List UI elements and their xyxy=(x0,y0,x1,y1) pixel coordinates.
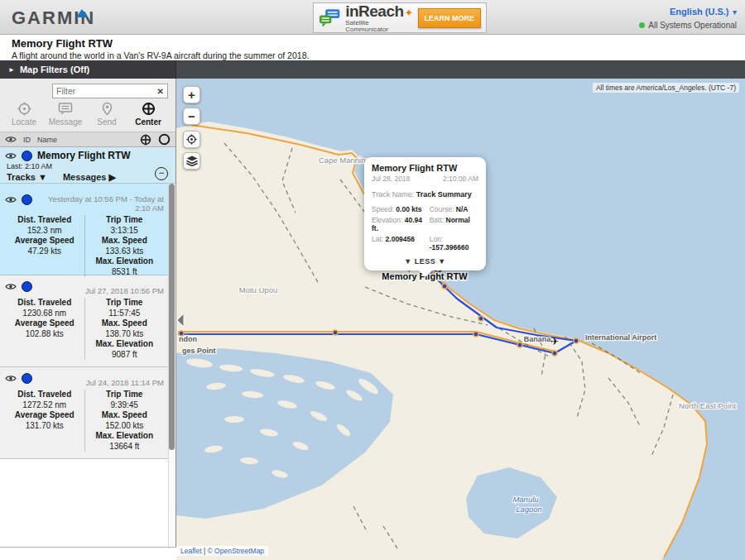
course-value: N/A xyxy=(456,205,469,213)
max-speed-value: 152.00 kts xyxy=(85,421,165,432)
map-filters-toggle[interactable]: ►Map Filters (Off) xyxy=(0,60,176,79)
osm-link[interactable]: © OpenStreetMap xyxy=(207,547,264,555)
track-name-value: Track Summary xyxy=(416,190,472,199)
filter-input[interactable] xyxy=(53,86,154,96)
zoom-in-button[interactable]: + xyxy=(183,86,200,103)
filter-panel: ✕ Locate xyxy=(0,79,175,132)
mapshare-page: GARMIN inReach✦ Satellite Communicator L xyxy=(0,0,745,560)
messages-expander[interactable]: Messages ▶ xyxy=(63,172,116,182)
scrollbar-thumb[interactable] xyxy=(169,184,175,450)
timezone-note: All times are America/Los_Angeles. (UTC … xyxy=(593,83,739,93)
filter-clear-icon[interactable]: ✕ xyxy=(154,87,167,96)
map-pin-icon xyxy=(100,102,114,116)
track-date-range: Jul 27, 2018 10:56 PM xyxy=(37,278,164,295)
status-text: All Systems Operational xyxy=(648,21,737,30)
locate-me-button[interactable] xyxy=(183,131,200,148)
collapse-device-button[interactable]: − xyxy=(155,167,168,180)
layers-icon xyxy=(186,156,198,166)
airplane-icon: ✈ xyxy=(550,336,559,347)
top-header: GARMIN inReach✦ Satellite Communicator L xyxy=(0,0,745,35)
track-summary-card[interactable]: Yesterday at 10:56 PM - Today at 2:10 AM… xyxy=(0,184,175,275)
chevron-down-icon[interactable]: ▾ xyxy=(733,7,737,17)
tracks-dropdown[interactable]: Tracks ▼ xyxy=(7,172,47,182)
inreach-ad-banner[interactable]: inReach✦ Satellite Communicator LEARN MO… xyxy=(313,2,487,33)
col-name: Name xyxy=(37,136,57,144)
stats-left: Dist. Traveled 1230.68 nm Average Speed … xyxy=(5,298,85,360)
track-summary-card[interactable]: Jul 27, 2018 10:56 PM Dist. Traveled 123… xyxy=(0,275,175,367)
popup-time: 2:10:00 AM xyxy=(443,175,478,183)
dist-value: 1230.68 nm xyxy=(5,309,84,319)
water-label-manulu: Manulu xyxy=(512,495,539,504)
leaflet-link[interactable]: Leaflet xyxy=(180,547,202,555)
track-color-icon xyxy=(22,194,32,205)
center-all-icon[interactable] xyxy=(140,134,151,146)
message-button[interactable]: Message xyxy=(45,102,86,127)
stats-right: Trip Time 3:13:15 Max. Speed 133.63 kts … xyxy=(85,215,165,277)
visibility-eye-icon[interactable] xyxy=(5,375,17,382)
device-list-header: ID Name xyxy=(0,132,175,147)
send-label: Send xyxy=(86,117,127,127)
popup-less-toggle[interactable]: ▼ LESS ▼ xyxy=(372,257,478,266)
locate-icon xyxy=(17,102,31,116)
map-canvas[interactable]: Memory Flight RTW Cape Manning Motu Upou… xyxy=(176,79,745,560)
track-name-label: Track Name: xyxy=(372,190,414,199)
header-right: English (U.S.) ▾ All Systems Operational xyxy=(639,3,737,30)
locate-crosshair-icon xyxy=(186,134,197,145)
message-label: Message xyxy=(45,117,86,127)
track-date-range: Yesterday at 10:56 PM - Today at 2:10 AM xyxy=(37,186,164,213)
circle-toggle-icon[interactable] xyxy=(158,133,171,146)
max-elev-value: 13664 ft xyxy=(85,442,165,452)
map-attribution: Leaflet | © OpenStreetMap xyxy=(176,546,268,556)
device-last-seen: Last: 2:10 AM xyxy=(7,162,171,170)
banner-subtitle: Satellite Communicator xyxy=(345,20,413,33)
visibility-eye-icon[interactable] xyxy=(5,283,17,290)
expand-arrow-icon: ► xyxy=(8,66,15,74)
track-color-icon xyxy=(22,373,32,384)
place-label-north-east-point: North East Point xyxy=(679,401,737,410)
popup-stats: Speed: 0.00 kts Course: N/A Elevation: 4… xyxy=(372,205,478,251)
spark-icon: ✦ xyxy=(405,7,414,19)
eye-icon[interactable] xyxy=(5,136,17,143)
language-selector[interactable]: English (U.S.) xyxy=(670,7,729,17)
garmin-logo: GARMIN xyxy=(12,7,95,29)
filter-field: ✕ xyxy=(52,84,168,98)
device-name: Memory Flight RTW xyxy=(37,150,131,161)
track-date-range: Jul 24, 2018 11:14 PM xyxy=(37,370,164,387)
track-summary-card[interactable]: Jul 24, 2018 11:14 PM Dist. Traveled 127… xyxy=(0,367,175,459)
locate-button[interactable]: Locate xyxy=(3,102,45,127)
visibility-eye-icon[interactable] xyxy=(5,196,17,203)
max-speed-value: 138.70 kts xyxy=(85,329,165,340)
place-label-banana: Banana xyxy=(524,335,552,343)
max-elev-value: 9087 ft xyxy=(85,350,165,361)
page-subtitle: A flight around the world in a Van's RV-… xyxy=(12,50,309,60)
center-button[interactable]: Center xyxy=(127,102,169,127)
zoom-out-button[interactable]: − xyxy=(183,108,200,125)
layers-button[interactable] xyxy=(183,152,200,170)
track-color-icon xyxy=(22,281,32,292)
visibility-eye-icon[interactable] xyxy=(5,152,17,160)
status-dot-icon xyxy=(639,22,645,28)
system-status[interactable]: All Systems Operational xyxy=(639,21,737,30)
banner-text: inReach✦ Satellite Communicator xyxy=(345,3,413,33)
place-label-motu-upou: Motu Upou xyxy=(239,285,277,294)
send-button[interactable]: Send xyxy=(86,102,127,127)
message-icon xyxy=(58,102,73,116)
dist-value: 152.3 nm xyxy=(5,226,84,237)
title-band: Memory Flight RTW A flight around the wo… xyxy=(0,35,745,60)
sidebar-scrollbar[interactable] xyxy=(168,184,175,547)
lat-value: 2.009456 xyxy=(386,235,415,243)
learn-more-button[interactable]: LEARN MORE xyxy=(418,8,482,28)
center-icon xyxy=(142,102,156,116)
map-filters-label: Map Filters (Off) xyxy=(20,65,89,74)
place-label-airport: International Airport xyxy=(585,333,656,342)
popup-title: Memory Flight RTW xyxy=(372,163,478,173)
chat-bubbles-icon xyxy=(319,7,341,29)
device-row[interactable]: Memory Flight RTW Last: 2:10 AM Tracks ▼… xyxy=(0,147,175,184)
trip-time-value: 9:39:45 xyxy=(85,400,165,411)
lon-value: -157.396660 xyxy=(430,243,469,251)
page-title: Memory Flight RTW xyxy=(12,37,113,50)
stats-right: Trip Time 9:39:45 Max. Speed 152.00 kts … xyxy=(85,390,165,452)
water-label-lagoon: Lagoon xyxy=(516,505,542,514)
map-tiles: Memory Flight RTW Cape Manning Motu Upou… xyxy=(176,79,745,560)
max-elev-value: 8531 ft xyxy=(85,267,165,278)
